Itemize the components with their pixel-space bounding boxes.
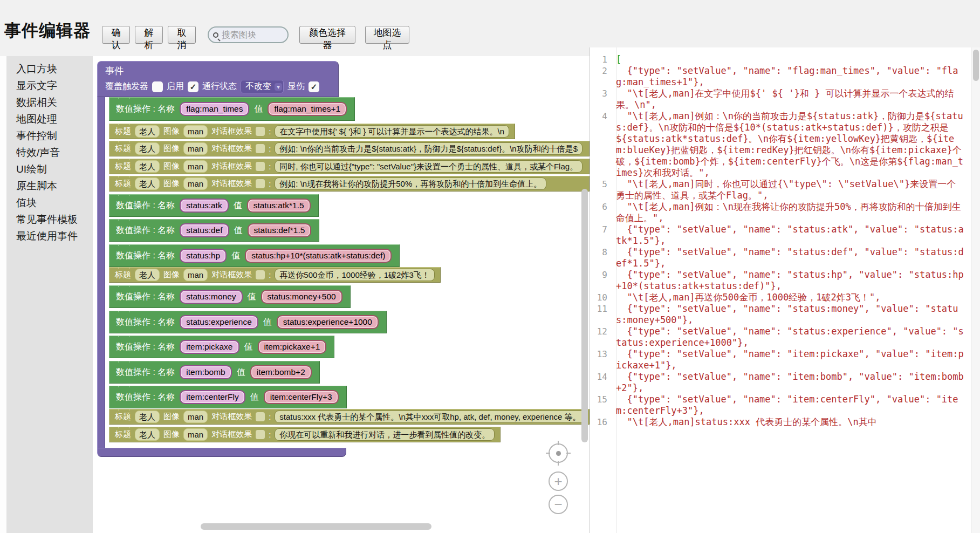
name-field[interactable]: status:experience [180, 315, 258, 329]
image-field[interactable]: man [183, 125, 208, 138]
dialog-text-field[interactable]: 例如: \n现在我将让你的攻防提升50%，再将攻防和的十倍加到生命值上。 [275, 177, 546, 190]
image-field[interactable]: man [183, 142, 208, 155]
damage-checkbox[interactable]: ✓ [309, 81, 319, 92]
zoom-reset-target-icon[interactable] [549, 443, 568, 463]
dialog-text-block[interactable]: 标题老人图像man对话框效果:status:xxx 代表勇士的某个属性。\n其中… [109, 409, 590, 425]
value-field[interactable]: item:centerFly+3 [264, 390, 339, 404]
sidebar-item-2[interactable]: 数据相关 [6, 94, 93, 111]
dialog-effect-checkbox[interactable] [256, 430, 265, 439]
name-field[interactable]: status:def [180, 223, 229, 237]
sidebar-item-9[interactable]: 常见事件模板 [6, 211, 93, 228]
blockly-workspace[interactable]: 事件 覆盖触发器 启用 ✓ 通行状态 不改变 ▾ 显伤 ✓ 数值操作 : 名称f… [93, 56, 590, 533]
dialog-text-block[interactable]: 标题老人图像man对话框效果:例如: \n现在我将让你的攻防提升50%，再将攻防… [109, 176, 590, 192]
image-field[interactable]: man [183, 428, 208, 441]
dialog-text-block[interactable]: 标题老人图像man对话框效果:同时, 你也可以通过{"type": "setVa… [109, 159, 590, 174]
set-value-block[interactable]: 数值操作 : 名称status:money值status:money+500 [109, 285, 351, 308]
dialog-text-field[interactable]: 例如: \n你的当前攻击力是${status:atk}，防御力是${status… [275, 142, 582, 155]
set-value-block[interactable]: 数值操作 : 名称item:pickaxe值item:pickaxe+1 [109, 336, 334, 358]
name-field[interactable]: status:atk [180, 199, 228, 213]
dialog-effect-checkbox[interactable] [256, 144, 265, 153]
color-picker-button[interactable]: 颜色选择器 [299, 26, 355, 44]
pass-status-dropdown[interactable]: 不改变 ▾ [241, 80, 284, 93]
map-point-button[interactable]: 地图选点 [365, 26, 409, 44]
speaker-field[interactable]: 老人 [135, 411, 160, 423]
sidebar-item-0[interactable]: 入口方块 [6, 60, 93, 77]
dialog-effect-checkbox[interactable] [256, 270, 265, 279]
search-input[interactable] [222, 30, 281, 40]
code-line: 13 {"type": "setValue", "name": "item:pi… [590, 348, 968, 371]
image-field[interactable]: man [183, 177, 208, 190]
name-field[interactable]: status:money [180, 290, 242, 304]
name-field[interactable]: flag:man_times [180, 102, 249, 116]
dialog-text-block[interactable]: 标题老人图像man对话框效果:例如: \n你的当前攻击力是${status:at… [109, 141, 590, 156]
trigger-checkbox[interactable] [152, 81, 163, 92]
speaker-field[interactable]: 老人 [135, 428, 160, 441]
code-scrollbar-thumb[interactable] [973, 50, 979, 81]
event-block-header[interactable]: 事件 覆盖触发器 启用 ✓ 通行状态 不改变 ▾ 显伤 ✓ [97, 61, 339, 97]
sidebar-item-10[interactable]: 最近使用事件 [6, 228, 93, 244]
sidebar-item-4[interactable]: 事件控制 [6, 127, 93, 144]
speaker-field[interactable]: 老人 [135, 125, 160, 138]
sidebar-item-6[interactable]: UI绘制 [6, 161, 93, 177]
colon-label: : [269, 162, 271, 171]
colon-label: : [269, 144, 271, 153]
dialog-effect-checkbox[interactable] [256, 162, 265, 171]
line-text: {"type": "setValue", "name": "item:bomb"… [612, 371, 968, 394]
sidebar-item-7[interactable]: 原生脚本 [6, 177, 93, 194]
confirm-button[interactable]: 确认 [102, 26, 130, 44]
dialog-text-field[interactable]: status:xxx 代表勇士的某个属性。\n其中xxx可取hp, atk, d… [275, 411, 585, 423]
speaker-field[interactable]: 老人 [135, 269, 160, 281]
value-field[interactable]: item:bomb+2 [250, 365, 312, 379]
dialog-effect-checkbox[interactable] [256, 127, 265, 136]
image-field[interactable]: man [183, 160, 208, 173]
zoom-out-button[interactable]: − [549, 495, 568, 514]
value-field[interactable]: flag:man_times+1 [268, 102, 347, 116]
search-box[interactable] [208, 26, 289, 43]
cancel-button[interactable]: 取消 [168, 26, 196, 44]
dialog-effect-checkbox[interactable] [256, 412, 265, 421]
speaker-field[interactable]: 老人 [135, 177, 160, 190]
set-value-block[interactable]: 数值操作 : 名称status:atk值status:atk*1.5 [109, 194, 319, 217]
name-field[interactable]: item:centerFly [180, 390, 245, 404]
parse-button[interactable]: 解析 [135, 26, 163, 44]
dialog-effect-checkbox[interactable] [256, 179, 265, 188]
value-field[interactable]: status:money+500 [261, 290, 342, 304]
speaker-field[interactable]: 老人 [135, 142, 160, 155]
speaker-field[interactable]: 老人 [135, 160, 160, 173]
set-value-block[interactable]: 数值操作 : 名称status:def值status:def*1.5 [109, 219, 319, 242]
dialog-text-field[interactable]: 同时, 你也可以通过{"type": "setValue"}来设置一个勇士的属性… [275, 160, 582, 173]
set-value-block[interactable]: 数值操作 : 名称flag:man_times值flag:man_times+1 [109, 97, 355, 121]
value-field[interactable]: status:experience+1000 [277, 315, 379, 329]
value-field[interactable]: status:atk*1.5 [247, 199, 311, 213]
name-field[interactable]: item:pickaxe [180, 340, 239, 354]
line-number: 10 [590, 292, 612, 303]
name-field[interactable]: item:bomb [180, 365, 231, 379]
sidebar-item-5[interactable]: 特效/声音 [6, 144, 93, 161]
code-panel[interactable]: 1[2 {"type": "setValue", "name": "flag:m… [590, 47, 980, 533]
zoom-in-button[interactable]: + [549, 472, 568, 491]
dialog-text-block[interactable]: 标题老人图像man对话框效果:再送你500金币，1000经验，1破2炸3飞！ [109, 267, 441, 283]
dialog-text-field[interactable]: 你现在可以重新和我进行对话，进一步看到属性值的改变。 [275, 428, 495, 441]
set-value-block[interactable]: 数值操作 : 名称item:centerFly值item:centerFly+3 [109, 386, 347, 408]
set-value-block[interactable]: 数值操作 : 名称status:hp值status:hp+10*(status:… [109, 244, 400, 267]
dialog-text-field[interactable]: 在文字中使用${' ${ '}和 } 可以计算并显示一个表达式的结果。\n [275, 125, 509, 138]
set-value-block[interactable]: 数值操作 : 名称status:experience值status:experi… [109, 311, 387, 333]
image-field[interactable]: man [183, 411, 208, 423]
sidebar-item-1[interactable]: 显示文字 [6, 77, 93, 94]
code-line: 16 "\t[老人,man]status:xxx 代表勇士的某个属性。\n其中 [590, 416, 968, 428]
sidebar-item-8[interactable]: 值块 [6, 194, 93, 211]
set-value-block[interactable]: 数值操作 : 名称item:bomb值item:bomb+2 [109, 361, 320, 384]
value-field[interactable]: status:hp+10*(status:atk+status:def) [245, 249, 392, 263]
dialog-text-field[interactable]: 再送你500金币，1000经验，1破2炸3飞！ [275, 269, 434, 281]
enabled-checkbox[interactable]: ✓ [188, 81, 198, 92]
value-field[interactable]: status:def*1.5 [248, 223, 312, 237]
code-scrollbar[interactable] [971, 47, 980, 533]
dialog-text-block[interactable]: 标题老人图像man对话框效果:在文字中使用${' ${ '}和 } 可以计算并显… [109, 124, 515, 139]
value-field[interactable]: item:pickaxe+1 [258, 340, 327, 354]
name-field[interactable]: status:hp [180, 249, 227, 263]
dialog-text-block[interactable]: 标题老人图像man对话框效果:你现在可以重新和我进行对话，进一步看到属性值的改变… [109, 427, 501, 442]
workspace-horizontal-scrollbar[interactable] [201, 523, 431, 530]
sidebar-item-3[interactable]: 地图处理 [6, 111, 93, 127]
image-field[interactable]: man [183, 269, 208, 281]
workspace-vertical-scrollbar[interactable] [581, 189, 588, 442]
